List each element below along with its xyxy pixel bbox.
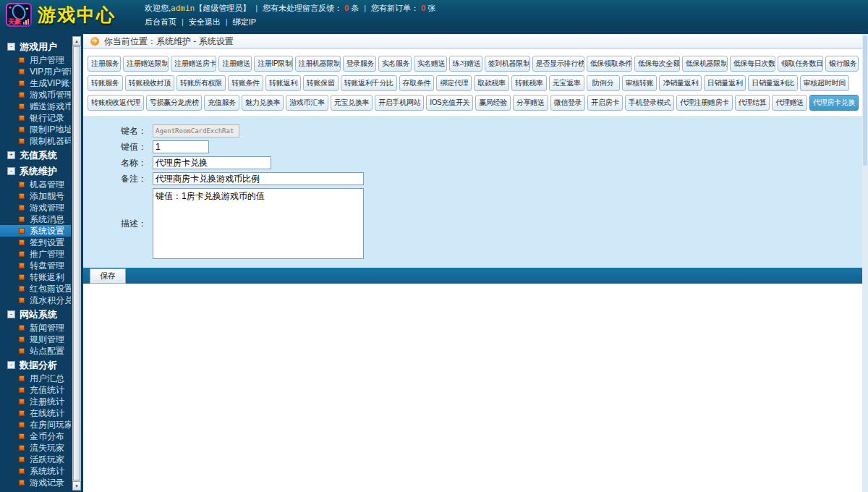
sidebar-item[interactable]: 用户管理 <box>0 54 71 66</box>
tab-button[interactable]: 练习赠送 <box>449 56 482 72</box>
scroll-up-icon[interactable]: ▲ <box>72 36 81 46</box>
link-safe-logout[interactable]: 安全退出 <box>189 17 221 26</box>
tab-button[interactable]: 绑定代理 <box>436 75 472 91</box>
sidebar-item[interactable]: 添加靓号 <box>0 190 71 202</box>
sidebar-item[interactable]: 转盘管理 <box>0 260 71 271</box>
collapse-icon[interactable]: - <box>7 361 15 369</box>
tab-button[interactable]: 银行服务 <box>825 56 859 72</box>
tab-button[interactable]: 注册赠送限制 <box>123 56 169 72</box>
scrollbar-thumb[interactable] <box>73 46 80 480</box>
sidebar-section-header[interactable]: -系统维护 <box>0 163 71 179</box>
tab-button[interactable]: 转账税收返代理 <box>88 95 144 111</box>
tab-button[interactable]: 元宝返率 <box>549 75 584 91</box>
sidebar-item[interactable]: 限制机器码 <box>0 135 71 147</box>
sidebar-item[interactable]: 注册统计 <box>0 396 71 407</box>
sidebar-item[interactable]: 在线统计 <box>0 407 71 419</box>
tab-button[interactable]: 取款税率 <box>474 75 509 91</box>
tab-button[interactable]: 存取条件 <box>399 75 435 91</box>
tab-button[interactable]: 日销量返利比 <box>748 75 797 91</box>
tab-button[interactable]: 审核超时时间 <box>800 75 849 91</box>
tab-button[interactable]: 签到机器限制 <box>485 56 530 72</box>
tab-button[interactable]: 转账保留 <box>303 75 339 91</box>
scroll-down-icon[interactable]: ▼ <box>72 481 81 491</box>
tab-button[interactable]: 注册IP限制 <box>254 56 292 72</box>
page-scrollbar[interactable] <box>862 34 868 492</box>
tab-button[interactable]: 注册服务 <box>88 56 121 72</box>
tab-button[interactable]: IOS充值开关 <box>426 95 473 111</box>
tab-button[interactable]: 亏损赢分龙虎榜 <box>146 95 203 111</box>
sidebar-section-header[interactable]: -网站系统 <box>0 306 71 322</box>
sidebar-item[interactable]: 限制IP地址 <box>0 124 71 135</box>
sidebar-item[interactable]: 赠送游戏币记录 <box>0 101 71 112</box>
sidebar-item[interactable]: 游戏币管理 <box>0 89 71 101</box>
sidebar-section-header[interactable]: -游戏用户 <box>0 38 71 54</box>
tab-button[interactable]: 日销量返利 <box>704 75 746 91</box>
sidebar-item[interactable]: 用户汇总 <box>0 373 71 384</box>
tab-button[interactable]: 手机登录模式 <box>625 95 674 111</box>
tab-button[interactable]: 注册赠送 <box>218 56 252 72</box>
tab-button[interactable]: 是否显示排行榜 <box>532 56 584 72</box>
save-button[interactable]: 保存 <box>90 268 126 284</box>
tab-button[interactable]: 净销量返利 <box>659 75 702 91</box>
page-scrollbar-thumb[interactable] <box>863 35 867 166</box>
sidebar-item[interactable]: 机器管理 <box>0 179 71 190</box>
sidebar-item[interactable]: 充值统计 <box>0 384 71 396</box>
sidebar-section-header[interactable]: -数据分析 <box>0 357 71 373</box>
tab-button[interactable]: 赢局经验 <box>475 95 511 111</box>
tab-button[interactable]: 转账返利千分比 <box>341 75 397 91</box>
tab-button[interactable]: 开启手机网站 <box>375 95 424 111</box>
tab-button[interactable]: 魅力兑换率 <box>242 95 284 111</box>
sidebar-item[interactable]: 金币分布 <box>0 430 71 442</box>
sidebar-item[interactable]: 系统消息 <box>0 213 71 225</box>
tab-button[interactable]: 代理房卡兑换 <box>809 95 859 111</box>
tab-button[interactable]: 转账所有权限 <box>176 75 226 91</box>
tab-button[interactable]: 转账返利 <box>265 75 301 91</box>
sidebar-section-header[interactable]: +充值系统 <box>0 147 71 163</box>
name-field[interactable] <box>153 156 271 169</box>
sidebar-item[interactable]: 游戏记录 <box>0 477 71 488</box>
tab-button[interactable]: 审核转账 <box>622 75 658 91</box>
sidebar-item[interactable]: 生成VIP账号 <box>0 77 71 89</box>
tab-button[interactable]: 低保机器限制 <box>682 56 728 72</box>
sidebar-item[interactable]: 站点配置 <box>0 345 71 357</box>
tab-button[interactable]: 元宝兑换率 <box>331 95 373 111</box>
collapse-icon[interactable]: - <box>7 43 15 51</box>
tab-button[interactable]: 代理赠送 <box>772 95 807 111</box>
collapse-icon[interactable]: - <box>7 167 15 175</box>
sidebar-item[interactable]: 在房间玩家 <box>0 419 71 430</box>
tab-button[interactable]: 转账服务 <box>88 75 123 91</box>
sidebar-scrollbar[interactable]: ▲ ▼ <box>72 36 81 491</box>
collapse-icon[interactable]: - <box>7 310 15 318</box>
keyvalue-field[interactable] <box>153 140 209 153</box>
tab-button[interactable]: 代理结算 <box>735 95 770 111</box>
tab-button[interactable]: 登录服务 <box>343 56 376 72</box>
desc-field[interactable]: 键值：1房卡兑换游戏币的值 <box>153 188 364 259</box>
tab-button[interactable]: 领取任务数目 <box>778 56 823 72</box>
tab-button[interactable]: 转账税率 <box>511 75 547 91</box>
tab-button[interactable]: 充值服务 <box>204 95 239 111</box>
tab-button[interactable]: 低保领取条件 <box>587 56 632 72</box>
tab-button[interactable]: 游戏币汇率 <box>286 95 328 111</box>
tab-button[interactable]: 微信登录 <box>550 95 586 111</box>
tab-button[interactable]: 低保每日次数 <box>730 56 775 72</box>
tab-button[interactable]: 注册赠送房卡 <box>171 56 216 72</box>
sidebar-item[interactable]: 红包雨设置 <box>0 283 71 294</box>
link-bind-ip[interactable]: 绑定IP <box>233 17 256 26</box>
sidebar-item[interactable]: 活跃玩家 <box>0 454 71 465</box>
sidebar-item[interactable]: 系统设置 <box>0 225 71 237</box>
sidebar-item[interactable]: 转账返利 <box>0 271 71 283</box>
sidebar-item[interactable]: 签到设置 <box>0 237 71 248</box>
sidebar-item[interactable]: 流水积分兑换 <box>0 294 71 306</box>
sidebar-item[interactable]: 新闻管理 <box>0 322 71 334</box>
expand-icon[interactable]: + <box>7 151 15 159</box>
tab-button[interactable]: 低保每次全额 <box>634 56 680 72</box>
link-admin-home[interactable]: 后台首页 <box>145 17 176 26</box>
sidebar-item[interactable]: 推广管理 <box>0 248 71 260</box>
sidebar-item[interactable]: 规则管理 <box>0 334 71 345</box>
tab-button[interactable]: 转账税收封顶 <box>125 75 174 91</box>
tab-button[interactable]: 转账条件 <box>228 75 263 91</box>
note-field[interactable] <box>153 172 364 185</box>
tab-button[interactable]: 代理注册赠房卡 <box>676 95 733 111</box>
tab-button[interactable]: 实名服务 <box>378 56 412 72</box>
sidebar-item[interactable]: 流失玩家 <box>0 442 71 454</box>
